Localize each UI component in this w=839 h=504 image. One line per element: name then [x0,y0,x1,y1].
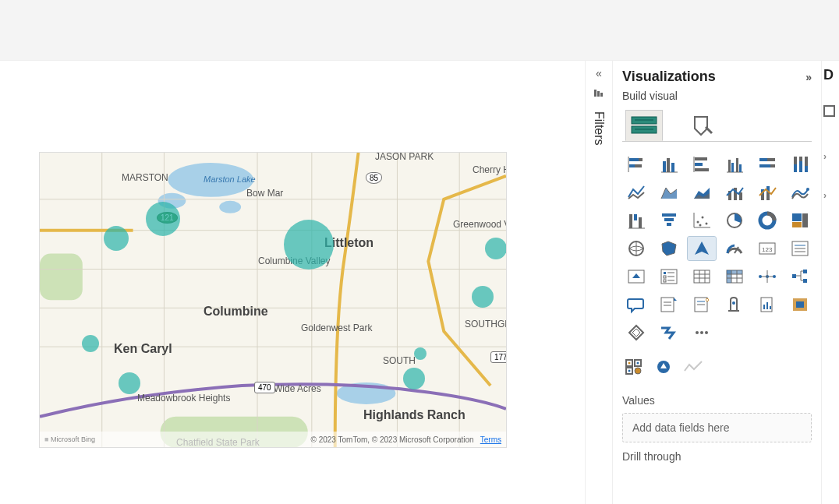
svg-point-126 [732,301,735,305]
map-data-point[interactable] [485,238,507,259]
filters-pane-collapsed: « Filters [585,61,613,504]
viz-type-matrix[interactable] [720,265,749,288]
viz-type-clustered-bar[interactable] [655,153,683,176]
svg-rect-30 [663,161,666,172]
svg-rect-38 [728,160,731,172]
svg-rect-28 [635,164,642,167]
visualizations-collapse-button[interactable]: » [805,71,812,83]
viz-type-filled-map[interactable] [655,237,683,260]
viz-type-power-apps[interactable] [786,293,814,316]
viz-type-scatter[interactable] [688,209,716,232]
svg-rect-61 [766,192,770,200]
viz-type-waterfall[interactable] [622,209,650,232]
map-visual[interactable]: MARSTONMarston LakeBow MarJASON PARKCher… [39,152,507,448]
build-visual-tab[interactable] [625,110,663,141]
svg-rect-69 [667,223,671,226]
filters-expand-button[interactable]: « [596,61,602,86]
viz-tabs [622,107,812,142]
svg-rect-39 [731,163,734,172]
svg-rect-67 [662,213,676,217]
viz-type-stacked-area[interactable] [688,181,716,204]
values-field-well[interactable]: Add data fields here [622,413,812,442]
viz-type-kpi[interactable] [622,265,650,288]
map-data-point[interactable] [403,368,425,389]
svg-rect-132 [796,301,804,308]
viz-type-map[interactable] [622,237,650,260]
report-canvas[interactable]: MARSTONMarston LakeBow MarJASON PARKCher… [0,61,585,504]
viz-type-ellipsis[interactable] [688,321,716,344]
viz-type-stacked-bar-100[interactable] [753,153,781,176]
svg-rect-79 [802,213,808,227]
viz-type-qna[interactable] [622,293,650,316]
viz-type-narrative[interactable] [655,293,683,316]
map-data-point[interactable] [104,226,129,251]
viz-type-ribbon[interactable] [786,181,814,204]
viz-type-py-visual[interactable] [622,321,650,344]
map-data-point[interactable] [284,220,334,270]
map-data-point[interactable] [472,286,494,308]
viz-type-goals[interactable] [720,293,749,316]
map-data-point[interactable] [414,347,427,360]
svg-marker-90 [632,273,640,278]
viz-type-key-influencers[interactable] [688,293,716,316]
viz-type-area[interactable] [655,181,683,204]
svg-rect-80 [792,222,802,227]
viz-type-table[interactable] [688,265,716,288]
pin-visual-button[interactable] [652,357,675,377]
viz-type-azure-map[interactable] [688,237,716,260]
viz-type-treemap[interactable] [786,209,814,232]
viz-type-gauge[interactable] [720,237,749,260]
filters-label[interactable]: Filters [592,105,606,146]
svg-rect-49 [799,161,802,172]
get-more-visuals-button[interactable] [622,357,646,377]
viz-type-slicer[interactable] [655,265,683,288]
svg-rect-92 [664,272,666,274]
svg-rect-45 [759,164,770,167]
svg-rect-26 [639,158,643,161]
sparkline-button[interactable] [681,357,705,377]
svg-rect-117 [803,279,807,283]
svg-rect-41 [739,164,742,172]
svg-point-142 [637,362,639,365]
viz-type-clustered-column[interactable] [720,153,749,176]
viz-type-card[interactable]: 123 [753,237,781,260]
viz-type-pag-report[interactable] [753,293,781,316]
viz-type-automate[interactable] [655,321,683,344]
viz-type-line-stacked-column[interactable] [753,181,781,204]
viz-type-funnel[interactable] [655,209,683,232]
svg-rect-65 [639,217,642,228]
viz-type-clustered-column-100[interactable] [786,153,814,176]
svg-point-141 [628,362,631,365]
viz-type-donut[interactable] [753,209,781,232]
viz-type-stacked-bar[interactable] [622,153,650,176]
svg-point-2 [219,201,241,213]
drillthrough-section-label: Drill through [622,442,812,469]
data-search-hint-icon [823,105,837,120]
map-background [40,153,506,448]
map-data-point[interactable] [146,202,180,236]
viz-type-pie[interactable] [720,209,749,232]
viz-type-decomp-tree[interactable] [786,265,814,288]
svg-rect-27 [629,164,635,167]
svg-point-133 [696,331,699,334]
data-chevron-icon-2: › [823,190,837,201]
svg-rect-105 [727,270,731,283]
map-data-point[interactable] [82,335,99,352]
visualizations-pane: Visualizations » Build visual 123 Valu [613,61,822,504]
build-visual-label: Build visual [622,90,812,102]
svg-rect-51 [805,166,808,172]
viz-type-line[interactable] [622,181,650,204]
format-visual-tab[interactable] [685,110,722,141]
viz-type-line-clustered-column[interactable] [720,181,749,204]
svg-point-75 [699,224,702,227]
svg-rect-145 [824,106,834,116]
data-pane-collapsed[interactable]: D › › [822,61,839,504]
map-data-point[interactable] [119,372,140,394]
svg-rect-31 [667,158,670,172]
data-pane-letter: D [823,67,834,83]
visual-type-grid: 123 [622,142,812,352]
viz-type-r-visual[interactable] [753,265,781,288]
viz-type-stacked-column[interactable] [688,153,716,176]
map-terms-link[interactable]: Terms [480,435,501,444]
viz-type-multirow-card[interactable] [786,237,814,260]
